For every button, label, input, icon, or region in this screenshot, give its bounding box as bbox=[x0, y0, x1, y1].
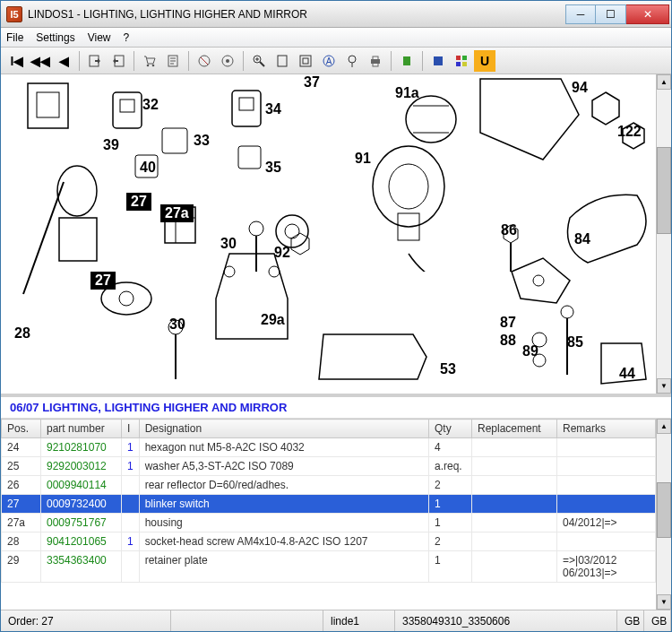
cell-rem bbox=[557, 438, 656, 457]
table-row[interactable]: 27a0009751767housing104/2012|=> bbox=[2, 514, 656, 532]
cell-pn: 9292003012 bbox=[41, 457, 122, 476]
cell-pn: 9041201065 bbox=[41, 532, 122, 551]
diagram-scrollbar[interactable]: ▲ ▼ bbox=[656, 74, 671, 394]
table-row[interactable]: 2592920030121washer A5,3-ST-A2C ISO 7089… bbox=[2, 457, 656, 476]
fast-back-button[interactable]: ◀◀ bbox=[30, 50, 51, 72]
svg-rect-26 bbox=[28, 83, 68, 128]
menubar: File Settings View ? bbox=[1, 28, 671, 48]
swatch-button[interactable] bbox=[451, 50, 472, 72]
svg-point-42 bbox=[224, 266, 235, 277]
cart-button[interactable] bbox=[139, 50, 160, 72]
print-button[interactable] bbox=[365, 50, 386, 72]
scroll-track[interactable] bbox=[657, 90, 671, 378]
col-remarks[interactable]: Remarks bbox=[557, 420, 656, 438]
svg-point-51 bbox=[373, 146, 444, 227]
zoom-in-button[interactable] bbox=[248, 50, 270, 72]
parts-table-area: Pos. part number I Designation Qty Repla… bbox=[1, 419, 671, 610]
toolbar: I◀ ◀◀ ◀ A U bbox=[1, 48, 671, 74]
cell-i: 1 bbox=[122, 457, 140, 476]
cell-pos: 25 bbox=[2, 457, 41, 476]
cell-rem bbox=[557, 457, 656, 476]
tool-button-c[interactable] bbox=[341, 50, 363, 72]
marker-button[interactable]: A bbox=[318, 50, 340, 72]
callout-28: 28 bbox=[14, 325, 30, 342]
callout-84: 84 bbox=[574, 231, 590, 247]
scroll-thumb[interactable] bbox=[657, 147, 671, 234]
col-qty[interactable]: Qty bbox=[429, 420, 472, 438]
menu-view[interactable]: View bbox=[88, 31, 111, 44]
window-title: LINDOS1 - LIGHTING, LIGHTING HIGHER AND … bbox=[28, 8, 565, 21]
doc-nav-button-2[interactable] bbox=[108, 50, 129, 72]
callout-44: 44 bbox=[619, 366, 635, 382]
svg-rect-13 bbox=[303, 58, 308, 64]
part-drawing bbox=[314, 325, 431, 393]
callout-27a-hl: 27a bbox=[160, 204, 194, 222]
minimize-button[interactable]: ─ bbox=[565, 4, 596, 24]
callout-40: 40 bbox=[140, 160, 156, 176]
col-designation[interactable]: Designation bbox=[139, 420, 428, 438]
col-replacement[interactable]: Replacement bbox=[472, 420, 557, 438]
callout-29a: 29a bbox=[261, 312, 285, 328]
cell-pos: 24 bbox=[2, 438, 41, 457]
first-button[interactable]: I◀ bbox=[6, 50, 28, 72]
status-lang1: GB bbox=[617, 610, 644, 631]
scroll-up-icon[interactable]: ▲ bbox=[657, 74, 671, 90]
menu-settings[interactable]: Settings bbox=[36, 31, 74, 44]
menu-help[interactable]: ? bbox=[124, 31, 130, 44]
svg-rect-22 bbox=[456, 56, 461, 60]
callout-34: 34 bbox=[265, 101, 281, 117]
table-row[interactable]: 293354363400retainer plate1=>|03/2012 06… bbox=[2, 551, 656, 583]
svg-rect-34 bbox=[238, 146, 261, 169]
svg-point-16 bbox=[349, 56, 356, 63]
scroll-down-icon[interactable]: ▼ bbox=[657, 378, 671, 394]
cell-pos: 27 bbox=[2, 495, 41, 514]
col-pos[interactable]: Pos. bbox=[2, 420, 41, 438]
callout-94: 94 bbox=[572, 80, 588, 96]
svg-line-6 bbox=[201, 57, 208, 65]
cell-pos: 26 bbox=[2, 476, 41, 495]
cell-pn: 0009732400 bbox=[41, 495, 122, 514]
table-scrollbar[interactable]: ▲ ▼ bbox=[656, 419, 671, 610]
part-drawing bbox=[288, 231, 313, 256]
table-row[interactable]: 260009940114rear reflector D=60/red/adhe… bbox=[2, 476, 656, 495]
col-part-number[interactable]: part number bbox=[41, 420, 122, 438]
diagram-canvas[interactable]: 37 32 33 34 35 39 40 27 27a 27 28 30 30 … bbox=[1, 74, 656, 394]
callout-87: 87 bbox=[500, 315, 516, 331]
tool-button-a[interactable] bbox=[194, 50, 215, 72]
status-doc: 3358049310_3350606 bbox=[395, 610, 617, 631]
svg-point-38 bbox=[119, 291, 134, 306]
scroll-thumb[interactable] bbox=[657, 482, 671, 539]
menu-file[interactable]: File bbox=[6, 31, 23, 44]
tool-button-b[interactable] bbox=[217, 50, 238, 72]
table-row[interactable]: 2492102810701hexagon nut M5-8-A2C ISO 40… bbox=[2, 438, 656, 457]
doc-nav-button-1[interactable] bbox=[84, 50, 106, 72]
toolbar-separator bbox=[243, 51, 244, 71]
cell-pos: 27a bbox=[2, 514, 41, 532]
scroll-up-icon[interactable]: ▲ bbox=[657, 419, 671, 434]
cell-qty: a.req. bbox=[429, 457, 472, 476]
note-button[interactable] bbox=[162, 50, 184, 72]
svg-rect-36 bbox=[59, 218, 97, 261]
parts-table-scroll[interactable]: Pos. part number I Designation Qty Repla… bbox=[1, 419, 656, 610]
fit-window-button[interactable] bbox=[295, 50, 316, 72]
scroll-down-icon[interactable]: ▼ bbox=[657, 594, 671, 610]
table-row[interactable]: 2890412010651socket-head screw AM4x10-4.… bbox=[2, 532, 656, 551]
fit-page-button[interactable] bbox=[271, 50, 293, 72]
callout-27-hl2: 27 bbox=[90, 272, 116, 290]
table-row[interactable]: 270009732400blinker switch1 bbox=[2, 495, 656, 514]
app-icon: I5 bbox=[6, 6, 22, 22]
scroll-track[interactable] bbox=[657, 434, 671, 594]
part-drawing bbox=[471, 74, 588, 173]
cell-rem bbox=[557, 476, 656, 495]
col-i[interactable]: I bbox=[122, 420, 140, 438]
u-button[interactable]: U bbox=[474, 50, 495, 72]
blue-block-button[interactable] bbox=[427, 50, 449, 72]
close-button[interactable]: ✕ bbox=[626, 4, 669, 24]
cell-i bbox=[122, 495, 140, 514]
toolbar-separator bbox=[391, 51, 392, 71]
maximize-button[interactable]: ☐ bbox=[596, 4, 626, 24]
svg-rect-20 bbox=[403, 56, 410, 65]
back-button[interactable]: ◀ bbox=[53, 50, 74, 72]
green-flag-button[interactable] bbox=[396, 50, 418, 72]
status-user: linde1 bbox=[323, 610, 395, 631]
